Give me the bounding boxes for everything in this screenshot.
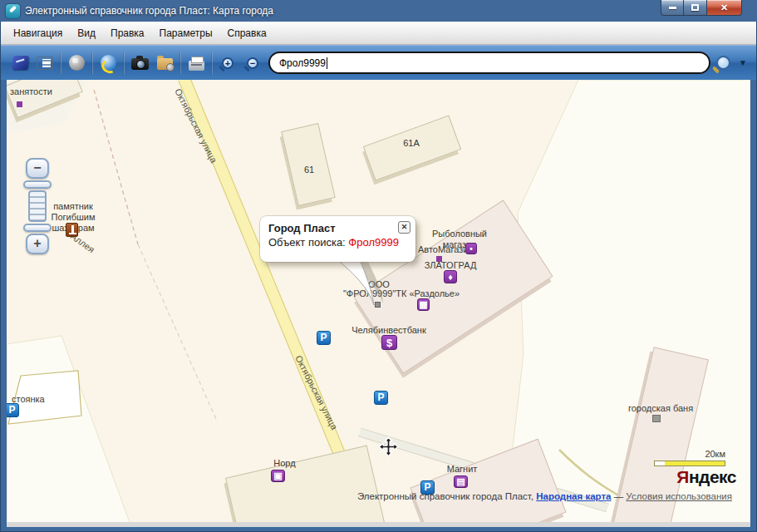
move-cursor-icon xyxy=(378,436,399,457)
balloon-tail xyxy=(335,260,393,308)
close-button[interactable]: ✕ xyxy=(707,0,742,16)
text-caret xyxy=(327,57,327,69)
zanyatosti-poi-icon[interactable] xyxy=(17,101,22,107)
parking-icon[interactable]: P xyxy=(374,391,388,405)
maximize-button[interactable] xyxy=(684,0,707,16)
bank-dollar-icon[interactable]: $ xyxy=(381,335,397,350)
menu-edit[interactable]: Правка xyxy=(103,24,152,42)
web-globe-button[interactable] xyxy=(96,51,120,76)
search-input[interactable]: Фрол9999 xyxy=(268,52,710,74)
zoom-slider-track[interactable] xyxy=(28,190,47,222)
people-map-link[interactable]: Народная карта xyxy=(536,491,611,501)
toolbar-separator xyxy=(60,52,61,74)
parking-icon[interactable]: P xyxy=(317,331,331,345)
label-nord: Норд xyxy=(266,458,303,469)
directory-book-button[interactable] xyxy=(7,51,32,76)
globe-button[interactable] xyxy=(64,51,89,76)
automag-poi-icon[interactable]: • xyxy=(465,243,477,254)
terms-link[interactable]: Условия использования xyxy=(626,491,732,501)
zoom-out-icon: − xyxy=(247,57,258,69)
zoom-in-map-button[interactable]: + xyxy=(26,234,49,254)
directory-book-icon xyxy=(12,56,29,70)
label-stoyanka: стоянка xyxy=(12,394,45,405)
banya-poi-square[interactable] xyxy=(652,415,661,422)
search-value: Фрол9999 xyxy=(279,57,326,69)
map-viewport[interactable]: Октябрьская улица Октябрьская улица Алле… xyxy=(7,80,750,527)
minimize-icon xyxy=(669,7,676,9)
phone-app-icon xyxy=(6,4,20,18)
scale-bar xyxy=(654,461,725,466)
zoom-in-icon: + xyxy=(222,57,233,69)
window-title: Электронный справочник города Пласт: Кар… xyxy=(25,5,273,17)
label-zanyatosti: занятости xyxy=(10,86,52,97)
maximize-icon xyxy=(691,4,699,11)
label-magnit: Магнит xyxy=(440,464,484,475)
magnit-cart-icon[interactable]: ▤ xyxy=(454,475,468,488)
search-result-balloon: Город Пласт Объект поиска: Фрол9999 ✕ xyxy=(260,216,415,262)
monument-icon[interactable] xyxy=(66,223,78,237)
close-icon: ✕ xyxy=(720,2,728,13)
toolbar-separator xyxy=(123,52,125,74)
search-icon xyxy=(716,56,730,70)
globe-icon xyxy=(69,55,85,71)
zoom-slider-handle[interactable] xyxy=(23,180,52,189)
map-zoom-control: − + xyxy=(23,158,52,254)
balloon-search-value: Фрол9999 xyxy=(348,236,399,249)
print-button[interactable] xyxy=(184,51,209,76)
label-building-61: 61 xyxy=(299,165,319,175)
zoom-out-button[interactable]: − xyxy=(240,51,265,76)
toolbar-separator xyxy=(211,52,213,74)
yandex-logo[interactable]: Яндекс xyxy=(676,467,736,487)
list-icon xyxy=(37,57,53,70)
bottom-strip xyxy=(7,522,750,527)
folder-settings-icon xyxy=(157,58,173,70)
folder-settings-button[interactable] xyxy=(152,51,177,76)
zoom-slider-handle[interactable] xyxy=(23,224,52,232)
parking-icon[interactable]: P xyxy=(7,403,19,417)
toolbar-separator xyxy=(179,52,181,74)
label-building-61a: 61А xyxy=(399,138,424,149)
web-globe-icon xyxy=(101,55,116,71)
dropdown-arrow-icon[interactable]: ▼ xyxy=(739,58,747,67)
menu-view[interactable]: Вид xyxy=(70,24,103,42)
toolbar: + − Фрол9999 ▼ xyxy=(1,45,756,80)
print-icon xyxy=(189,61,204,71)
camera-button[interactable] xyxy=(127,51,152,76)
zoom-out-map-button[interactable]: − xyxy=(26,158,49,179)
razdolye-grid-icon[interactable]: ▦ xyxy=(417,298,430,311)
toolbar-separator xyxy=(91,52,93,74)
menu-help[interactable]: Справка xyxy=(220,24,274,42)
balloon-close-button[interactable]: ✕ xyxy=(398,221,410,234)
balloon-search-line: Объект поиска: Фрол9999 xyxy=(268,236,407,249)
scale-label: 20км xyxy=(654,449,725,459)
menu-navigation[interactable]: Навигация xyxy=(6,24,70,42)
list-button[interactable] xyxy=(32,51,57,76)
nord-tv-icon[interactable]: ▣ xyxy=(271,470,285,482)
title-bar[interactable]: Электронный справочник города Пласт: Кар… xyxy=(0,0,757,22)
attribution-text: Электронный справочник города Пласт, xyxy=(357,491,536,501)
map-attribution: Электронный справочник города Пласт, Нар… xyxy=(357,491,732,501)
menu-bar: Навигация Вид Правка Параметры Справка xyxy=(1,22,756,45)
label-banya: городская баня xyxy=(615,403,706,414)
balloon-title: Город Пласт xyxy=(268,222,407,234)
app-window: Электронный справочник города Пласт: Кар… xyxy=(0,0,757,532)
camera-icon xyxy=(131,58,149,70)
minimize-button[interactable] xyxy=(661,0,684,16)
zoom-in-button[interactable]: + xyxy=(215,51,240,76)
zlatograd-diamond-icon[interactable]: ♦ xyxy=(444,270,457,283)
menu-parameters[interactable]: Параметры xyxy=(152,24,220,42)
search-button[interactable] xyxy=(710,51,735,76)
